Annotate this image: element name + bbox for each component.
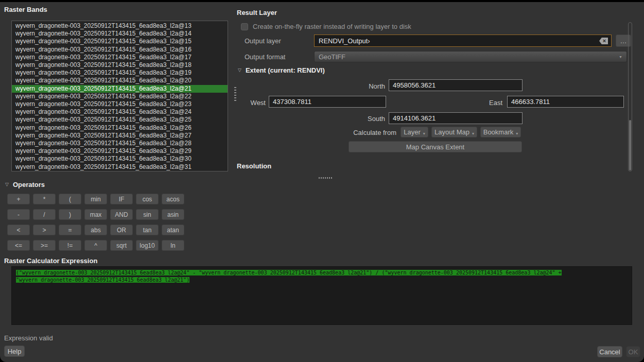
operator-button[interactable]: cos bbox=[136, 194, 159, 204]
raster-band-item[interactable]: wyvern_dragonette-003_20250912T143415_6e… bbox=[12, 116, 228, 124]
raster-band-item[interactable]: wyvern_dragonette-003_20250912T143415_6e… bbox=[12, 147, 228, 155]
operator-button[interactable]: ( bbox=[59, 194, 81, 204]
raster-band-item[interactable]: wyvern_dragonette-003_20250912T143415_6e… bbox=[12, 124, 228, 132]
button-label: Bookmark bbox=[483, 128, 514, 136]
expression-line: ("wyvern_dragonette-003_20250912T143415_… bbox=[16, 269, 628, 277]
calculate-from-label: Calculate from bbox=[319, 129, 396, 136]
operator-button[interactable]: / bbox=[33, 209, 56, 220]
operator-button[interactable]: sqrt bbox=[110, 240, 133, 251]
button-label: Layer bbox=[404, 128, 421, 136]
ok-button[interactable]: OK bbox=[626, 346, 640, 357]
raster-band-item[interactable]: wyvern_dragonette-003_20250912T143415_6e… bbox=[12, 61, 228, 69]
chevron-down-icon: ▾ bbox=[423, 131, 425, 136]
raster-band-item[interactable]: wyvern_dragonette-003_20250912T143415_6e… bbox=[12, 54, 228, 61]
west-input[interactable] bbox=[269, 96, 386, 108]
operator-button[interactable]: log10 bbox=[136, 240, 159, 251]
operator-button[interactable]: - bbox=[7, 209, 30, 220]
raster-band-item[interactable]: wyvern_dragonette-003_20250912T143415_6e… bbox=[12, 38, 228, 45]
vertical-splitter-handle-icon[interactable] bbox=[234, 87, 236, 101]
operator-button[interactable]: > bbox=[33, 225, 56, 235]
raster-band-item[interactable]: wyvern_dragonette-003_20250912T143415_6e… bbox=[12, 69, 228, 77]
raster-band-item[interactable]: wyvern_dragonette-003_20250912T143415_6e… bbox=[12, 46, 228, 54]
extent-header[interactable]: ▽ Extent (current: RENDVI) bbox=[238, 66, 325, 74]
raster-band-item[interactable]: wyvern_dragonette-003_20250912T143415_6e… bbox=[12, 77, 228, 84]
window-top-edge bbox=[0, 0, 644, 2]
operator-button[interactable]: tan bbox=[136, 225, 159, 235]
operator-button[interactable]: sin bbox=[136, 209, 159, 220]
output-layer-input[interactable] bbox=[314, 35, 612, 47]
operator-button[interactable]: <= bbox=[7, 240, 30, 251]
output-layer-field-wrap: × bbox=[314, 35, 612, 47]
operator-button[interactable]: ^ bbox=[84, 240, 107, 251]
east-input[interactable] bbox=[507, 96, 624, 108]
expression-title: Raster Calculator Expression bbox=[4, 257, 97, 265]
operator-button[interactable]: atan bbox=[162, 225, 184, 235]
operator-button[interactable]: < bbox=[7, 225, 30, 235]
calculate-from-layer-button[interactable]: Layer ▾ bbox=[401, 127, 428, 137]
output-format-value: GeoTIFF bbox=[319, 53, 345, 61]
operator-button[interactable]: max bbox=[84, 209, 107, 220]
operator-button[interactable]: asin bbox=[162, 209, 184, 220]
raster-band-item[interactable]: wyvern_dragonette-003_20250912T143415_6e… bbox=[12, 22, 228, 30]
operator-button[interactable]: IF bbox=[110, 194, 133, 204]
resolution-title: Resolution bbox=[237, 162, 271, 170]
scrollbar-thumb[interactable] bbox=[629, 120, 631, 170]
operator-button[interactable]: acos bbox=[162, 194, 184, 204]
operator-button[interactable]: OR bbox=[110, 225, 133, 235]
cancel-button[interactable]: Cancel bbox=[597, 346, 622, 357]
collapse-triangle-icon: ▽ bbox=[238, 68, 241, 73]
east-label: East bbox=[458, 99, 502, 107]
raster-band-item[interactable]: wyvern_dragonette-003_20250912T143415_6e… bbox=[12, 85, 228, 93]
operator-button[interactable]: = bbox=[59, 225, 81, 235]
operators-header[interactable]: ▽ Operators bbox=[5, 181, 45, 188]
raster-band-item[interactable]: wyvern_dragonette-003_20250912T143415_6e… bbox=[12, 132, 228, 140]
result-layer-title: Result Layer bbox=[237, 9, 277, 16]
output-format-label: Output format bbox=[245, 53, 285, 61]
raster-calculator-dialog: Raster Bands wyvern_dragonette-003_20250… bbox=[0, 0, 644, 362]
expression-status: Expression valid bbox=[4, 334, 53, 342]
chevron-down-icon: ▾ bbox=[516, 131, 518, 136]
button-label: Layout Map bbox=[434, 128, 469, 136]
north-input[interactable] bbox=[389, 79, 523, 91]
chevron-down-icon: ▾ bbox=[472, 131, 474, 136]
output-layer-label: Output layer bbox=[245, 37, 281, 45]
output-format-combo[interactable]: GeoTIFF ▼ bbox=[314, 51, 627, 62]
raster-band-item[interactable]: wyvern_dragonette-003_20250912T143415_6e… bbox=[12, 93, 228, 100]
expression-textarea[interactable]: ("wyvern_dragonette-003_20250912T143415_… bbox=[11, 266, 632, 325]
raster-band-item[interactable]: wyvern_dragonette-003_20250912T143415_6e… bbox=[12, 163, 228, 171]
help-button[interactable]: Help bbox=[4, 346, 25, 357]
raster-band-item[interactable]: wyvern_dragonette-003_20250912T143415_6e… bbox=[12, 140, 228, 147]
operators-grid: +*(minIFcosacos-/)maxANDsinasin<>=absORt… bbox=[7, 194, 184, 251]
create-on-the-fly-checkbox[interactable] bbox=[241, 23, 248, 30]
raster-bands-title: Raster Bands bbox=[4, 6, 47, 13]
extent-title: Extent (current: RENDVI) bbox=[246, 66, 325, 74]
operator-button[interactable]: >= bbox=[33, 240, 56, 251]
operator-button[interactable]: AND bbox=[110, 209, 133, 220]
operator-button[interactable]: min bbox=[84, 194, 107, 204]
operator-button[interactable]: * bbox=[33, 194, 56, 204]
raster-bands-list[interactable]: wyvern_dragonette-003_20250912T143415_6e… bbox=[11, 21, 228, 171]
calculate-from-bookmark-button[interactable]: Bookmark ▾ bbox=[480, 127, 521, 137]
collapse-triangle-icon: ▽ bbox=[5, 182, 9, 187]
south-label: South bbox=[309, 115, 385, 123]
operator-button[interactable]: ) bbox=[59, 209, 81, 220]
operator-button[interactable]: + bbox=[7, 194, 30, 204]
raster-band-item[interactable]: wyvern_dragonette-003_20250912T143415_6e… bbox=[12, 155, 228, 163]
operator-button[interactable]: != bbox=[59, 240, 81, 251]
horizontal-splitter-handle-icon[interactable] bbox=[319, 177, 332, 179]
map-canvas-extent-button[interactable]: Map Canvas Extent bbox=[349, 141, 522, 152]
operator-button[interactable]: abs bbox=[84, 225, 107, 235]
west-label: West bbox=[221, 99, 266, 107]
chevron-down-icon: ▼ bbox=[619, 55, 622, 59]
operator-button[interactable]: ln bbox=[162, 240, 184, 251]
raster-band-item[interactable]: wyvern_dragonette-003_20250912T143415_6e… bbox=[12, 100, 228, 108]
north-label: North bbox=[309, 82, 385, 90]
clear-x-glyph: × bbox=[603, 38, 606, 44]
raster-band-item[interactable]: wyvern_dragonette-003_20250912T143415_6e… bbox=[12, 108, 228, 116]
create-on-the-fly-label: Create on-the-fly raster instead of writ… bbox=[253, 23, 411, 30]
expression-line: "wyvern_dragonette-003_20250912T143415_6… bbox=[16, 277, 628, 284]
south-input[interactable] bbox=[389, 112, 523, 124]
raster-band-item[interactable]: wyvern_dragonette-003_20250912T143415_6e… bbox=[12, 30, 228, 38]
calculate-from-layout-map-button[interactable]: Layout Map ▾ bbox=[431, 127, 477, 137]
panel-scrollbar[interactable] bbox=[628, 22, 632, 171]
